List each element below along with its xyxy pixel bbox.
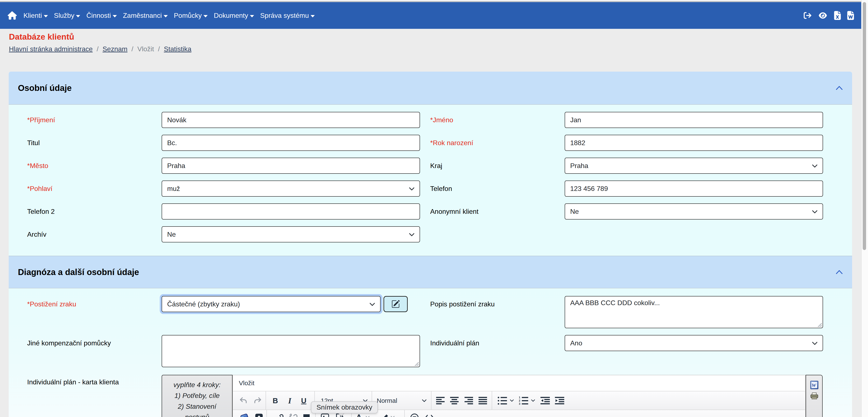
svg-text:1: 1 [519,396,520,399]
svg-text:3: 3 [519,403,520,405]
svg-text:2: 2 [519,399,520,402]
svg-text:W: W [812,382,816,388]
